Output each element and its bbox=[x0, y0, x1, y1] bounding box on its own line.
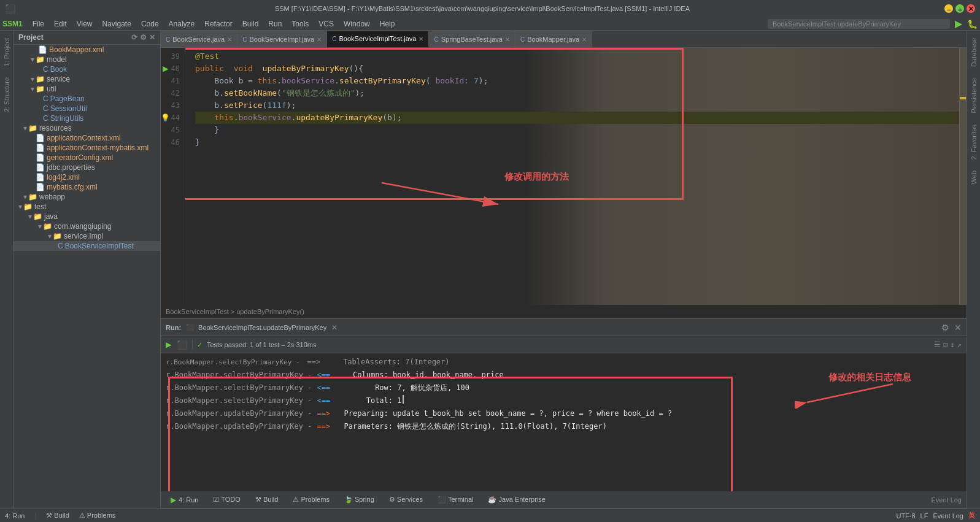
bottom-tab-problems[interactable]: ⚠ Problems bbox=[288, 491, 334, 509]
tree-book[interactable]: C Book bbox=[14, 64, 160, 74]
status-problems[interactable]: ⚠ Problems bbox=[79, 512, 116, 520]
tree-appcontext-mybatis[interactable]: 📄 applicationContext-mybatis.xml bbox=[14, 143, 160, 153]
line-num-40: ▶40 bbox=[161, 63, 180, 75]
tree-jdbc[interactable]: 📄 jdbc.properties bbox=[14, 163, 160, 172]
status-encoding[interactable]: UTF-8 bbox=[896, 512, 915, 520]
run-play-btn[interactable]: ▶ bbox=[166, 339, 172, 350]
menu-run[interactable]: Run bbox=[263, 18, 287, 29]
tree-generator[interactable]: 📄 generatorConfig.xml bbox=[14, 153, 160, 163]
menu-build[interactable]: Build bbox=[237, 18, 264, 29]
settings-icon[interactable]: ⚙ bbox=[941, 323, 949, 332]
run-close[interactable]: ✕ bbox=[331, 323, 338, 332]
tree-appcontext[interactable]: 📄 applicationContext.xml bbox=[14, 133, 160, 143]
bottom-tab-spring[interactable]: 🍃 Spring bbox=[339, 491, 379, 509]
tab-close-bookserviceimpltest[interactable]: ✕ bbox=[419, 36, 423, 42]
tree-webapp[interactable]: ▾ 📁 webapp bbox=[14, 192, 160, 202]
tree-bookmapper-xml[interactable]: 📄 BookMapper.xml bbox=[14, 45, 160, 55]
run-bar: Run: ⬛ BookServiceImplTest.updateByPrima… bbox=[161, 319, 966, 336]
menu-refactor[interactable]: Refactor bbox=[199, 18, 237, 29]
run-name[interactable]: BookServiceImplTest.updateByPrimaryKey bbox=[198, 324, 326, 331]
sidebar-sync-icon[interactable]: ⟳ bbox=[131, 33, 137, 42]
tree-util[interactable]: ▾ 📁 util bbox=[14, 84, 160, 94]
tree-model[interactable]: ▾ 📁 model bbox=[14, 55, 160, 64]
tree-java[interactable]: ▾ 📁 java bbox=[14, 212, 160, 221]
database-strip-label[interactable]: Database bbox=[969, 33, 979, 72]
menu-edit[interactable]: Edit bbox=[49, 18, 72, 29]
search-bar[interactable]: BookServiceImplTest.updateByPrimaryKey bbox=[768, 19, 950, 29]
run-stop-btn[interactable]: ⬛ bbox=[177, 340, 187, 350]
sidebar-header: Project ⟳ ⚙ ✕ bbox=[14, 31, 160, 45]
web-strip-label[interactable]: Web bbox=[969, 166, 979, 189]
breadcrumb-bar: BookServiceImplTest > updateByPrimaryKey… bbox=[161, 305, 966, 318]
tree-stringutils[interactable]: C StringUtils bbox=[14, 113, 160, 123]
tree-resources[interactable]: ▾ 📁 resources bbox=[14, 123, 160, 133]
tab-close-bookservice[interactable]: ✕ bbox=[227, 36, 232, 43]
tab-bookservice[interactable]: C BookService.java ✕ bbox=[161, 31, 237, 47]
tree-view-btn[interactable]: ☰ bbox=[934, 340, 941, 349]
run-button[interactable]: ▶ bbox=[955, 18, 962, 29]
structure-strip-label[interactable]: 2: Structure bbox=[2, 72, 12, 117]
tree-com-wangqiuping[interactable]: ▾ 📁 com.wangqiuping bbox=[14, 221, 160, 231]
tab-close-springbasetest[interactable]: ✕ bbox=[505, 36, 510, 43]
sidebar-close-icon[interactable]: ✕ bbox=[149, 33, 155, 42]
debug-button[interactable]: 🐛 bbox=[967, 19, 978, 29]
console-area[interactable]: r.BookMapper.selectByPrimaryKey - ==> Ta… bbox=[161, 353, 966, 491]
folder-expand-icon4: ▾ bbox=[23, 124, 27, 132]
tab-bookmapper[interactable]: C BookMapper.java ✕ bbox=[515, 31, 592, 47]
sort-btn[interactable]: ↕ bbox=[951, 340, 955, 349]
tab-bookserviceimpl[interactable]: C BookServiceImpl.java ✕ bbox=[237, 31, 327, 47]
code-content[interactable]: @Test public void updateByPrimaryKey (){ bbox=[185, 48, 959, 305]
tree-service-impl[interactable]: ▾ 📁 service.Impl bbox=[14, 231, 160, 241]
menu-navigate[interactable]: Navigate bbox=[98, 18, 136, 29]
tab-bookserviceimpltest[interactable]: C BookServiceImplTest.java ✕ bbox=[327, 31, 429, 47]
event-log-btn[interactable]: Event Log bbox=[931, 496, 962, 504]
line-num-39: 39 bbox=[161, 50, 180, 63]
bottom-tab-run[interactable]: ▶ 4: Run bbox=[166, 491, 203, 509]
sidebar-gear-icon[interactable]: ⚙ bbox=[140, 33, 147, 42]
export-btn[interactable]: ↗ bbox=[957, 340, 962, 349]
tree-log4j2[interactable]: 📄 log4j2.xml bbox=[14, 172, 160, 182]
bottom-tab-todo[interactable]: ☑ TODO bbox=[208, 491, 245, 509]
menu-file[interactable]: File bbox=[28, 18, 49, 29]
menu-view[interactable]: View bbox=[72, 18, 98, 29]
menu-app-logo: SSM1 bbox=[2, 20, 23, 28]
tree-test[interactable]: ▾ 📁 test bbox=[14, 202, 160, 212]
tab-close-bookmapper[interactable]: ✕ bbox=[582, 36, 587, 43]
menu-analyze[interactable]: Analyze bbox=[164, 18, 200, 29]
menu-code[interactable]: Code bbox=[136, 18, 164, 29]
tab-springbasetest[interactable]: C SpringBaseTest.java ✕ bbox=[429, 31, 515, 47]
tree-service[interactable]: ▾ 📁 service bbox=[14, 74, 160, 84]
menu-window[interactable]: Window bbox=[339, 18, 375, 29]
bottom-tab-terminal[interactable]: ⬛ Terminal bbox=[433, 491, 478, 509]
tree-pagebean[interactable]: C PageBean bbox=[14, 94, 160, 104]
minimize-button[interactable]: － bbox=[944, 4, 953, 13]
code-line-40: public void updateByPrimaryKey (){ bbox=[195, 63, 959, 75]
menu-vcs[interactable]: VCS bbox=[314, 18, 339, 29]
menu-tools[interactable]: Tools bbox=[287, 18, 314, 29]
folder-icon4: 📁 bbox=[28, 124, 37, 132]
console-line-3: r.BookMapper.selectByPrimaryKey - <== To… bbox=[161, 394, 966, 407]
panel-close-icon[interactable]: ✕ bbox=[954, 323, 962, 332]
status-event-log[interactable]: Event Log bbox=[933, 512, 963, 520]
line-num-45: 45 bbox=[161, 124, 180, 136]
folder-expand-icon6: ▾ bbox=[18, 202, 22, 211]
tree-mybatis[interactable]: 📄 mybatis.cfg.xml bbox=[14, 182, 160, 192]
close-button[interactable]: ✕ bbox=[966, 4, 975, 13]
tree-bookserviceimpltest[interactable]: C BookServiceImplTest bbox=[14, 241, 160, 251]
sidebar-title: Project bbox=[18, 33, 44, 42]
maximize-button[interactable]: ＋ bbox=[955, 4, 964, 13]
favorites-strip-label[interactable]: 2: Favorites bbox=[969, 120, 979, 164]
status-build[interactable]: ⚒ Build bbox=[46, 512, 69, 520]
bottom-tab-build[interactable]: ⚒ Build bbox=[250, 491, 284, 509]
tab-close-bookserviceimpl[interactable]: ✕ bbox=[317, 36, 322, 43]
filter-btn[interactable]: ⊟ bbox=[943, 340, 947, 349]
menu-help[interactable]: Help bbox=[375, 18, 400, 29]
project-strip-label[interactable]: 1: Project bbox=[2, 33, 12, 71]
bottom-tab-services[interactable]: ⚙ Services bbox=[384, 491, 428, 509]
status-lf[interactable]: LF bbox=[920, 512, 928, 520]
persistence-strip-label[interactable]: Persistence bbox=[969, 73, 979, 118]
code-line-46: } bbox=[195, 136, 959, 148]
bottom-tab-java-enterprise[interactable]: ☕ Java Enterprise bbox=[483, 491, 550, 509]
tree-sessionutil[interactable]: C SessionUtil bbox=[14, 104, 160, 113]
status-run[interactable]: 4: Run bbox=[5, 512, 25, 520]
